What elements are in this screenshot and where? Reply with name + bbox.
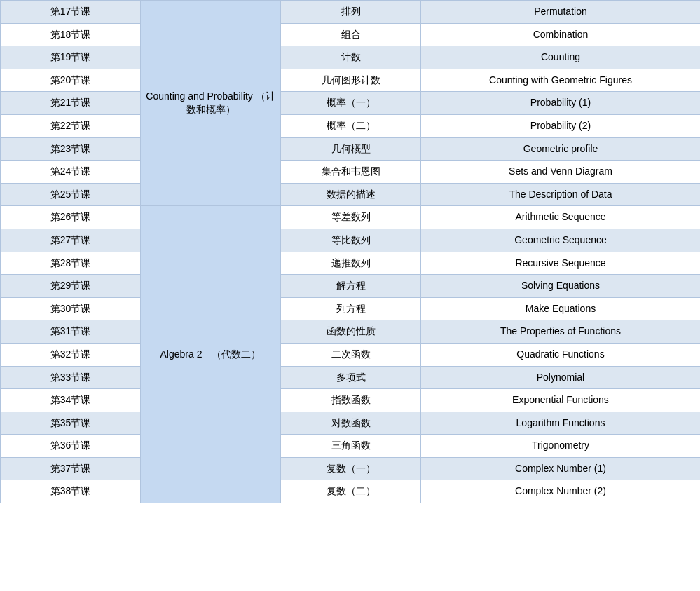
chinese-cell: 等比数列 [281,229,421,252]
english-cell: Combination [421,23,701,46]
table-row: 第22节课 概率（二） Probability (2) [1,114,701,137]
table-row: 第38节课 复数（二） Complex Number (2) [1,480,701,503]
english-cell: Exponential Functions [421,389,701,412]
chinese-cell: 计数 [281,46,421,69]
english-cell: The Properties of Functions [421,320,701,344]
table-row: 第34节课 指数函数 Exponential Functions [1,389,701,412]
english-cell: Quadratic Functions [421,343,701,366]
chinese-cell: 几何图形计数 [281,69,421,92]
lesson-cell: 第21节课 [1,92,141,115]
lesson-cell: 第22节课 [1,114,141,137]
lesson-cell: 第25节课 [1,183,141,206]
table-row: 第29节课 解方程 Solving Equations [1,275,701,298]
english-cell: Probability (2) [421,114,701,137]
lesson-cell: 第19节课 [1,46,141,69]
table-row: 第20节课 几何图形计数 Counting with Geometric Fig… [1,69,701,92]
english-cell: Make Equations [421,297,701,320]
english-cell: Trigonometry [421,435,701,458]
english-cell: Geometric profile [421,137,701,161]
english-cell: The Description of Data [421,183,701,206]
lesson-cell: 第26节课 [1,206,141,229]
chinese-cell: 列方程 [281,297,421,320]
category-cell-2: Algebra 2 （代数二） [141,206,281,503]
chinese-cell: 函数的性质 [281,320,421,344]
table-row: 第18节课 组合 Combination [1,23,701,46]
chinese-cell: 多项式 [281,366,421,389]
lesson-cell: 第38节课 [1,480,141,503]
table-row: 第21节课 概率（一） Probability (1) [1,92,701,115]
chinese-cell: 二次函数 [281,343,421,366]
chinese-cell: 等差数列 [281,206,421,229]
lesson-cell: 第27节课 [1,229,141,252]
chinese-cell: 数据的描述 [281,183,421,206]
chinese-cell: 递推数列 [281,252,421,275]
lesson-cell: 第33节课 [1,366,141,389]
table-row: 第28节课 递推数列 Recursive Sequence [1,252,701,275]
lesson-cell: 第35节课 [1,412,141,435]
english-cell: Logarithm Functions [421,412,701,435]
english-cell: Counting with Geometric Figures [421,69,701,92]
chinese-cell: 指数函数 [281,389,421,412]
lesson-cell: 第18节课 [1,23,141,46]
chinese-cell: 排列 [281,1,421,24]
english-cell: Arithmetic Sequence [421,206,701,229]
table-row: 第24节课 集合和韦恩图 Sets and Venn Diagram [1,161,701,184]
lesson-cell: 第28节课 [1,252,141,275]
chinese-cell: 组合 [281,23,421,46]
chinese-cell: 复数（一） [281,457,421,480]
lesson-cell: 第30节课 [1,297,141,320]
lesson-cell: 第34节课 [1,389,141,412]
english-cell: Sets and Venn Diagram [421,161,701,184]
lesson-cell: 第31节课 [1,320,141,344]
table-row: 第25节课 数据的描述 The Description of Data [1,183,701,206]
table-row: 第30节课 列方程 Make Equations [1,297,701,320]
english-cell: Geometric Sequence [421,229,701,252]
english-cell: Solving Equations [421,275,701,298]
lesson-cell: 第29节课 [1,275,141,298]
lesson-cell: 第20节课 [1,69,141,92]
english-cell: Complex Number (1) [421,457,701,480]
chinese-cell: 三角函数 [281,435,421,458]
english-cell: Polynomial [421,366,701,389]
lesson-cell: 第32节课 [1,343,141,366]
table-row: 第36节课 三角函数 Trigonometry [1,435,701,458]
lesson-cell: 第36节课 [1,435,141,458]
lesson-cell: 第24节课 [1,161,141,184]
english-cell: Complex Number (2) [421,480,701,503]
chinese-cell: 复数（二） [281,480,421,503]
table-row: 第32节课 二次函数 Quadratic Functions [1,343,701,366]
english-cell: Probability (1) [421,92,701,115]
table-row: 第26节课 Algebra 2 （代数二） 等差数列 Arithmetic Se… [1,206,701,229]
chinese-cell: 概率（一） [281,92,421,115]
chinese-cell: 对数函数 [281,412,421,435]
table-row: 第31节课 函数的性质 The Properties of Functions [1,320,701,344]
table-row: 第27节课 等比数列 Geometric Sequence [1,229,701,252]
table-row: 第17节课 Counting and Probability （计数和概率） 排… [1,1,701,24]
chinese-cell: 解方程 [281,275,421,298]
english-cell: Permutation [421,1,701,24]
lesson-cell: 第17节课 [1,1,141,24]
chinese-cell: 几何概型 [281,137,421,161]
table-row: 第35节课 对数函数 Logarithm Functions [1,412,701,435]
category-cell-1: Counting and Probability （计数和概率） [141,1,281,206]
table-row: 第33节课 多项式 Polynomial [1,366,701,389]
table-row: 第19节课 计数 Counting [1,46,701,69]
lesson-cell: 第37节课 [1,457,141,480]
chinese-cell: 概率（二） [281,114,421,137]
english-cell: Counting [421,46,701,69]
chinese-cell: 集合和韦恩图 [281,161,421,184]
lesson-cell: 第23节课 [1,137,141,161]
table-row: 第23节课 几何概型 Geometric profile [1,137,701,161]
english-cell: Recursive Sequence [421,252,701,275]
table-row: 第37节课 复数（一） Complex Number (1) [1,457,701,480]
